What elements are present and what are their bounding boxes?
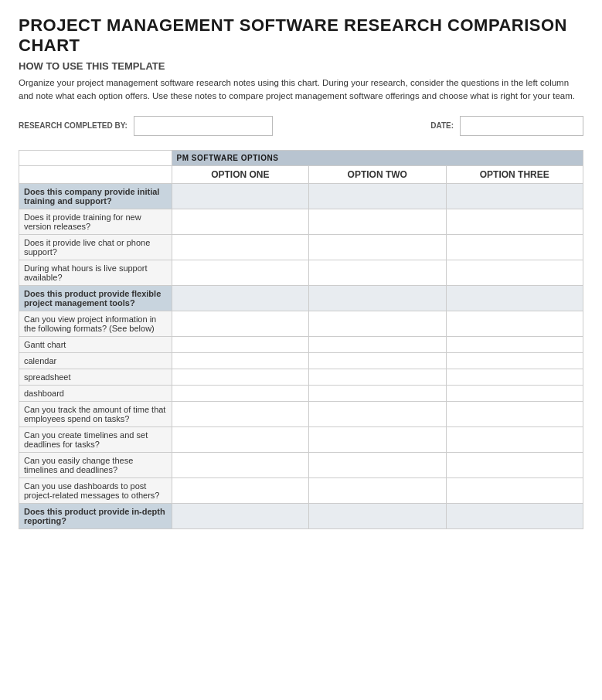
answer-cell[interactable]: [172, 401, 308, 426]
answer-cell[interactable]: [309, 401, 446, 426]
question-cell: Can you use dashboards to post project-r…: [19, 477, 172, 503]
answer-cell[interactable]: [172, 285, 308, 311]
answer-cell[interactable]: [446, 503, 583, 528]
answer-cell[interactable]: [172, 260, 308, 285]
answer-cell[interactable]: [309, 234, 446, 260]
answer-cell[interactable]: [172, 385, 308, 401]
table-row: Can you easily change these timelines an…: [19, 452, 583, 477]
question-cell: calendar: [19, 352, 172, 369]
question-cell: Does it provide live chat or phone suppo…: [19, 234, 172, 260]
answer-cell[interactable]: [309, 477, 446, 503]
option-two-header: OPTION TWO: [309, 165, 446, 183]
answer-cell[interactable]: [446, 352, 583, 369]
question-cell: Does this product provide in-depth repor…: [19, 503, 172, 528]
table-row: spreadsheet: [19, 369, 583, 385]
table-row: Does this product provide in-depth repor…: [19, 503, 583, 528]
answer-cell[interactable]: [172, 311, 308, 336]
answer-cell[interactable]: [446, 336, 583, 352]
option-labels-row: OPTION ONE OPTION TWO OPTION THREE: [19, 165, 583, 183]
answer-cell[interactable]: [446, 209, 583, 234]
table-row: Does it provide live chat or phone suppo…: [19, 234, 583, 260]
question-cell: Does this company provide initial traini…: [19, 183, 172, 209]
answer-cell[interactable]: [172, 369, 308, 385]
how-to-label: HOW TO USE THIS TEMPLATE: [19, 60, 583, 72]
answer-cell[interactable]: [309, 260, 446, 285]
answer-cell[interactable]: [172, 477, 308, 503]
page-title: PROJECT MANAGEMENT SOFTWARE RESEARCH COM…: [19, 15, 583, 56]
question-cell: spreadsheet: [19, 369, 172, 385]
table-row: calendar: [19, 352, 583, 369]
answer-cell[interactable]: [446, 426, 583, 452]
question-cell: Does it provide training for new version…: [19, 209, 172, 234]
comparison-table: PM SOFTWARE OPTIONS OPTION ONE OPTION TW…: [19, 150, 583, 529]
answer-cell[interactable]: [172, 503, 308, 528]
question-cell: Can you track the amount of time that em…: [19, 401, 172, 426]
answer-cell[interactable]: [446, 401, 583, 426]
question-cell: Gantt chart: [19, 336, 172, 352]
pm-options-header-row: PM SOFTWARE OPTIONS: [19, 150, 583, 165]
answer-cell[interactable]: [172, 426, 308, 452]
question-cell: Can you easily change these timelines an…: [19, 452, 172, 477]
answer-cell[interactable]: [309, 426, 446, 452]
option-three-header: OPTION THREE: [446, 165, 583, 183]
answer-cell[interactable]: [309, 209, 446, 234]
table-row: During what hours is live support availa…: [19, 260, 583, 285]
table-row: Does it provide training for new version…: [19, 209, 583, 234]
answer-cell[interactable]: [446, 452, 583, 477]
question-cell: dashboard: [19, 385, 172, 401]
answer-cell[interactable]: [446, 477, 583, 503]
answer-cell[interactable]: [172, 234, 308, 260]
description: Organize your project management softwar…: [19, 76, 583, 104]
research-input[interactable]: [134, 116, 273, 136]
answer-cell[interactable]: [172, 336, 308, 352]
question-col-blank: [19, 165, 172, 183]
answer-cell[interactable]: [446, 260, 583, 285]
answer-cell[interactable]: [309, 285, 446, 311]
question-cell: Does this product provide flexible proje…: [19, 285, 172, 311]
answer-cell[interactable]: [309, 385, 446, 401]
blank-header-cell: [19, 150, 172, 165]
answer-cell[interactable]: [309, 311, 446, 336]
date-input[interactable]: [460, 116, 583, 136]
question-cell: During what hours is live support availa…: [19, 260, 172, 285]
answer-cell[interactable]: [309, 352, 446, 369]
research-field: RESEARCH COMPLETED BY:: [19, 116, 273, 136]
option-one-header: OPTION ONE: [172, 165, 308, 183]
answer-cell[interactable]: [309, 452, 446, 477]
answer-cell[interactable]: [309, 336, 446, 352]
answer-cell[interactable]: [446, 385, 583, 401]
answer-cell[interactable]: [172, 352, 308, 369]
table-row: Can you use dashboards to post project-r…: [19, 477, 583, 503]
answer-cell[interactable]: [309, 183, 446, 209]
answer-cell[interactable]: [446, 369, 583, 385]
answer-cell[interactable]: [446, 285, 583, 311]
question-cell: Can you create timelines and set deadlin…: [19, 426, 172, 452]
meta-row: RESEARCH COMPLETED BY: DATE:: [19, 116, 583, 136]
table-row: Can you create timelines and set deadlin…: [19, 426, 583, 452]
table-row: dashboard: [19, 385, 583, 401]
table-row: Does this company provide initial traini…: [19, 183, 583, 209]
answer-cell[interactable]: [446, 234, 583, 260]
answer-cell[interactable]: [172, 452, 308, 477]
pm-options-header: PM SOFTWARE OPTIONS: [172, 150, 583, 165]
table-row: Can you view project information in the …: [19, 311, 583, 336]
table-row: Does this product provide flexible proje…: [19, 285, 583, 311]
date-label: DATE:: [430, 121, 454, 130]
research-label: RESEARCH COMPLETED BY:: [19, 121, 128, 130]
question-cell: Can you view project information in the …: [19, 311, 172, 336]
answer-cell[interactable]: [172, 209, 308, 234]
table-row: Can you track the amount of time that em…: [19, 401, 583, 426]
date-field: DATE:: [430, 116, 583, 136]
answer-cell[interactable]: [446, 311, 583, 336]
answer-cell[interactable]: [309, 503, 446, 528]
answer-cell[interactable]: [446, 183, 583, 209]
answer-cell[interactable]: [172, 183, 308, 209]
table-row: Gantt chart: [19, 336, 583, 352]
answer-cell[interactable]: [309, 369, 446, 385]
